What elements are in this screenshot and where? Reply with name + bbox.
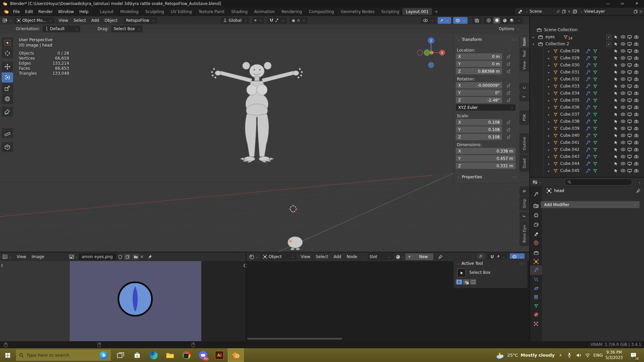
mesh-object-icon[interactable] (553, 119, 558, 124)
panel-grip-icon[interactable]: :::: (512, 38, 517, 41)
hide-toggle-icon[interactable] (621, 155, 626, 160)
solid-shading-icon[interactable] (493, 17, 500, 23)
new-material-button[interactable]: + New (405, 253, 433, 260)
scene-selector[interactable]: ⌄ Scene (515, 8, 573, 15)
workspace-tab[interactable]: Scripting (378, 8, 402, 15)
mesh-object-icon[interactable] (553, 91, 558, 96)
expand-icon[interactable]: ▸ (548, 92, 550, 95)
measure-tool[interactable] (2, 128, 13, 138)
clock-widget[interactable]: 9:36 PM 5/3/2023 (604, 348, 625, 362)
viewport-menu-view[interactable]: View (56, 16, 71, 24)
properties-tab-world[interactable] (530, 238, 542, 247)
transform-panel-header[interactable]: ⌄Transform :::: (456, 37, 517, 42)
expand-icon[interactable]: ▸ (548, 57, 550, 60)
viewport-disable-icon[interactable] (627, 140, 632, 146)
outliner-row[interactable]: ▸Cube.037 (530, 111, 644, 118)
selectable-toggle-icon[interactable] (614, 162, 618, 167)
viewport-disable-icon[interactable] (627, 42, 632, 47)
sidebar-tab-tool[interactable]: Tool (520, 48, 529, 59)
transform-field-z[interactable]: Z0.331 m (456, 163, 516, 169)
hide-toggle-icon[interactable] (621, 105, 626, 110)
mesh-object-icon[interactable] (553, 133, 558, 138)
workspace-tab[interactable]: Compositing (305, 8, 337, 15)
selectable-toggle-icon[interactable] (614, 42, 618, 47)
outliner-object-label[interactable]: Cube.041 (560, 140, 580, 145)
taskbar-app-illustrator[interactable]: Ai (211, 348, 227, 362)
outliner-object-label[interactable]: Cube.030 (560, 63, 580, 67)
hide-toggle-icon[interactable] (621, 77, 626, 82)
mesh-data-icon[interactable] (593, 91, 597, 96)
gizmo-toggle[interactable]: ↗⌄ (438, 17, 451, 24)
tray-chevron[interactable]: ∧ (556, 348, 565, 362)
taskbar-app-file-explorer[interactable] (162, 348, 178, 362)
selectable-toggle-icon[interactable] (614, 56, 618, 61)
selectable-toggle-icon[interactable] (614, 105, 618, 111)
lock-icon[interactable] (506, 83, 511, 88)
selectable-toggle-icon[interactable] (614, 35, 618, 40)
expand-icon[interactable]: ▸ (533, 36, 534, 39)
selectable-toggle-icon[interactable] (614, 133, 618, 139)
select-mode-subtract-button[interactable] (470, 279, 476, 285)
scale-tool[interactable] (2, 83, 13, 93)
render-disable-icon[interactable] (634, 98, 639, 103)
render-disable-icon[interactable] (634, 63, 639, 68)
hide-toggle-icon[interactable] (621, 112, 626, 117)
navigation-gizmo[interactable]: Z X (416, 33, 449, 70)
viewport-disable-icon[interactable] (627, 63, 632, 68)
transform-field-y[interactable]: Y0 m (456, 61, 502, 67)
lock-icon[interactable] (506, 127, 511, 133)
copy-icon[interactable] (562, 9, 566, 14)
outliner-row[interactable]: ▸Cube.040 (530, 132, 644, 139)
transform-field-y[interactable]: Y0.108 (456, 126, 502, 133)
hide-toggle-icon[interactable] (621, 35, 626, 40)
outliner-object-label[interactable]: Cube.032 (560, 77, 580, 81)
viewlayer-selector[interactable]: ⌄ ViewLayer (570, 8, 644, 15)
render-disable-icon[interactable] (634, 133, 639, 138)
snap-toggle[interactable]: ⌄ (267, 17, 287, 24)
render-disable-icon[interactable] (634, 77, 639, 82)
panel-grip-icon[interactable]: :::: (519, 262, 525, 265)
taskbar-app-store[interactable] (129, 348, 145, 362)
properties-tab-render[interactable] (530, 201, 542, 210)
mesh-data-icon[interactable] (593, 126, 597, 131)
transform-field-z[interactable]: Z-2.48° (456, 97, 502, 103)
copy-icon[interactable] (634, 9, 638, 14)
outliner-row[interactable]: ▸Cube.028 (530, 48, 644, 55)
taskbar-app-blender[interactable] (228, 348, 244, 362)
shader-type-dropdown[interactable]: Object ⌄ (261, 253, 296, 260)
mode-dropdown[interactable]: Object Mo... ⌄ (14, 17, 54, 24)
mesh-data-icon[interactable] (593, 155, 597, 160)
sidebar-tab-view[interactable]: View (520, 60, 529, 71)
unlink-image-icon[interactable] (140, 255, 144, 258)
mesh-data-icon[interactable] (593, 70, 597, 75)
lock-icon[interactable] (506, 98, 511, 103)
mesh-data-icon[interactable] (593, 56, 597, 61)
gizmo-y-axis[interactable] (424, 50, 430, 56)
outliner-row[interactable]: ▸Cube.042 (530, 146, 644, 154)
modifier-icon[interactable] (586, 119, 590, 125)
outliner-row[interactable]: ▸Cube.033 (530, 83, 644, 90)
character-model[interactable] (207, 61, 308, 167)
outliner-row[interactable]: ▸Cube.044 (530, 161, 644, 168)
mesh-object-icon[interactable] (553, 105, 558, 110)
render-disable-icon[interactable] (634, 105, 639, 110)
rotate-tool[interactable] (2, 72, 13, 82)
expand-icon[interactable]: ▸ (548, 169, 550, 173)
modifier-icon[interactable] (586, 56, 590, 62)
viewport-disable-icon[interactable] (627, 77, 632, 82)
viewport-disable-icon[interactable] (627, 133, 632, 139)
render-disable-icon[interactable] (634, 155, 639, 160)
modifier-icon[interactable] (586, 162, 590, 167)
expand-icon[interactable]: ▸ (548, 85, 550, 88)
render-disable-icon[interactable] (634, 35, 639, 40)
expand-icon[interactable]: ▸ (548, 71, 550, 74)
properties-editor-type-icon[interactable] (533, 180, 538, 184)
outliner-object-label[interactable]: Cube.035 (560, 98, 580, 103)
gizmo-neg-x-axis[interactable] (417, 50, 423, 55)
render-disable-icon[interactable] (634, 112, 639, 117)
mesh-data-icon[interactable] (593, 105, 597, 110)
selectable-toggle-icon[interactable] (614, 169, 618, 174)
language-indicator[interactable]: ENG (592, 348, 604, 362)
pivot-dropdown[interactable]: ⌖⌄ (252, 17, 264, 24)
viewport-disable-icon[interactable] (627, 91, 632, 97)
